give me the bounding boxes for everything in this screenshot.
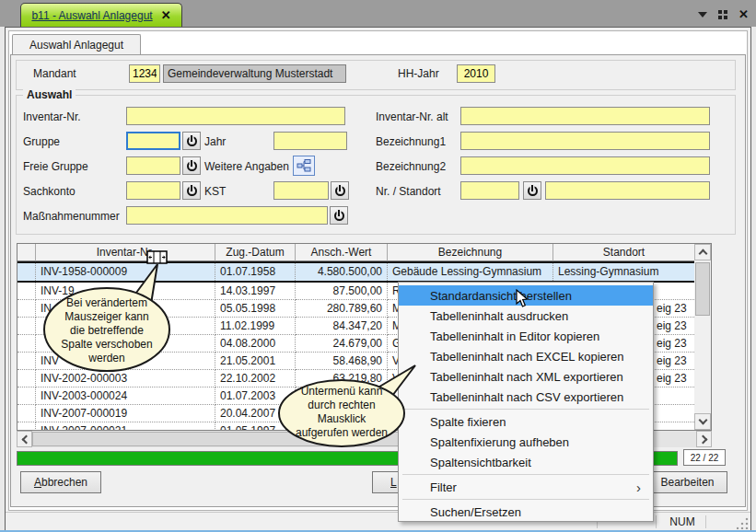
lookup-icon [187,186,197,196]
jahr-label: Jahr [204,135,226,148]
hh-jahr-label: HH-Jahr [398,67,439,80]
column-header[interactable] [17,244,36,261]
table-cell [17,318,36,335]
menu-separator [402,409,649,410]
lookup-icon [528,186,538,196]
table-cell: INV-2003-000024 [36,387,215,405]
menu-item[interactable]: Tabelleninhalt nach CSV exportieren [399,387,653,407]
table-cell: 4.580.500,00 [296,263,388,281]
bubble-left-text: Bei verändertemMauszeiger kanndie betref… [52,296,162,365]
mandant-label: Mandant [33,67,76,80]
column-header[interactable]: Zug.-Datum [215,244,296,261]
table-cell: 280.789,60 [296,300,388,318]
chevron-left-icon [21,434,30,444]
kst-input[interactable] [273,181,329,200]
record-counter: 22 / 22 [683,449,726,466]
lookup-icon [335,186,345,196]
document-tab-strip: b11 - Auswahl Anlagegut ✕ ✕ [0,0,756,27]
massnahmenummer-label: Maßnahmenummer [23,210,120,223]
gruppe-label: Gruppe [23,135,60,148]
table-cell: 05.05.1998 [215,300,296,318]
inventar-nr-alt-label: Inventar-Nr. alt [376,110,448,123]
scroll-left-button[interactable] [17,431,32,447]
table-cell [17,263,36,281]
bezeichnung1-label: Bezeichnung1 [376,135,446,148]
mandant-name-field: Gemeindeverwaltung Musterstadt [163,64,346,83]
sachkonto-input[interactable] [126,181,180,200]
vertical-scroll-thumb[interactable] [695,262,710,316]
tab-auswahl-anlagegut[interactable]: Auswahl Anlagegut [12,34,141,55]
num-lock-indicator: NUM [661,515,704,528]
freie-gruppe-input[interactable] [126,156,180,175]
close-icon[interactable]: ✕ [739,8,749,20]
screen: b11 - Auswahl Anlagegut ✕ ✕ Auswahl Anla… [0,0,756,532]
mandant-input[interactable] [129,64,160,83]
scroll-right-button[interactable] [696,431,712,447]
document-tab-title: b11 - Auswahl Anlagegut [31,9,152,22]
menu-item[interactable]: Tabelleninhalt nach XML exportieren [399,366,653,387]
column-header[interactable]: Bezeichnung [388,244,553,261]
standort-lookup-button[interactable] [523,181,541,200]
table-cell: INV-2007-000021 [36,422,215,430]
table-cell [17,387,36,405]
jahr-input[interactable] [273,132,347,150]
sachkonto-label: Sachkonto [23,185,76,198]
bearbeiten-button[interactable]: Bearbeiten [647,471,727,493]
auswahl-legend: Auswahl [23,88,76,101]
menu-item[interactable]: Filter› [399,477,653,497]
column-header[interactable]: Ansch.-Wert [296,244,388,261]
close-icon[interactable]: ✕ [161,9,171,21]
bezeichnung1-input[interactable] [460,132,710,150]
chevron-down-icon[interactable] [698,12,707,17]
abbrechen-button[interactable]: Abbrechen [20,471,101,493]
lookup-icon [334,211,344,221]
standort-input[interactable] [545,181,710,200]
gruppe-lookup-button[interactable] [182,132,201,150]
weitere-angaben-button[interactable] [293,156,315,176]
window-grid-icon[interactable] [718,10,727,19]
massnahmenummer-lookup-button[interactable] [330,206,348,225]
table-cell: 84.347,20 [296,318,388,335]
menu-item[interactable]: Tabelleninhalt ausdrucken [399,306,653,326]
menu-separator [402,474,649,475]
chevron-right-icon: › [636,480,641,495]
sachkonto-lookup-button[interactable] [182,181,201,200]
gruppe-input[interactable] [126,132,180,150]
lookup-icon [187,136,197,146]
bezeichnung2-input[interactable] [460,156,710,175]
table-cell: 87.500,00 [296,283,388,300]
table-cell: 01.07.1958 [215,263,296,281]
standort-nr-input[interactable] [460,181,519,200]
nr-standort-label: Nr. / Standort [376,185,441,198]
table-cell: 14.03.1997 [215,283,296,300]
menu-item[interactable]: Tabelleninhalt in Editor kopieren [399,326,653,346]
document-tab[interactable]: b11 - Auswahl Anlagegut ✕ [20,3,182,27]
context-menu: Standardansicht herstellenTabelleninhalt… [398,282,654,522]
chevron-up-icon [698,249,707,259]
scroll-up-button[interactable] [694,244,711,260]
mouse-cursor [516,289,529,308]
column-header[interactable]: Standort [553,244,694,261]
menu-item[interactable]: Suchen/Ersetzen [399,502,653,522]
kst-lookup-button[interactable] [331,181,349,200]
table-cell: 24.679,00 [296,335,388,353]
inventar-nr-alt-input[interactable] [460,107,710,125]
kst-label: KST [204,185,226,198]
resize-grip-icon[interactable] [737,517,749,529]
lookup-icon [187,161,197,171]
table-cell: Gebäude Lessing-Gymnasium [388,263,553,281]
hh-jahr-input[interactable] [457,64,495,83]
freie-gruppe-lookup-button[interactable] [182,156,201,175]
inventar-nr-input[interactable] [126,107,345,125]
massnahmenummer-input[interactable] [126,206,328,225]
menu-item[interactable]: Tabelleninhalt nach EXCEL kopieren [399,346,653,366]
menu-item[interactable]: Spaltenfixierung aufheben [399,432,653,452]
mandant-groupbox [16,60,736,90]
table-cell [17,405,36,422]
vertical-scrollbar[interactable] [694,244,711,430]
menu-item[interactable]: Spaltensichtbarkeit [399,452,653,472]
table-cell [17,422,36,430]
scroll-down-button[interactable] [694,413,711,430]
table-cell [17,300,36,318]
menu-item[interactable]: Spalte fixieren [399,411,653,432]
